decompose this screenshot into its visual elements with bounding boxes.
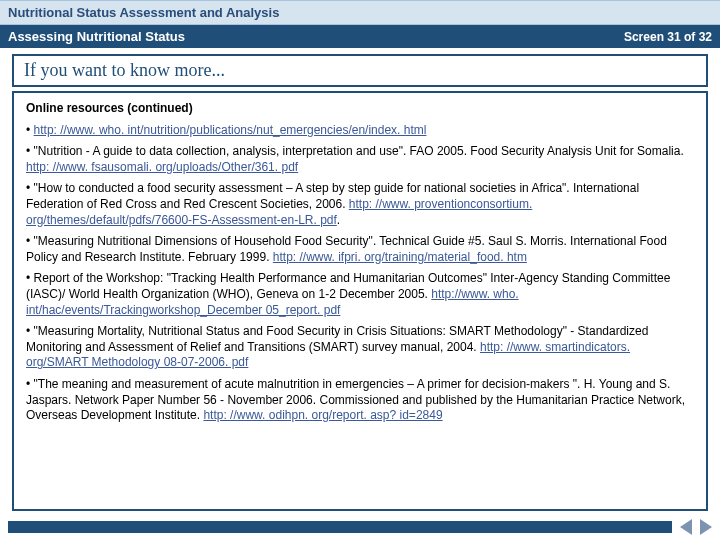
resource-text: • — [26, 123, 34, 137]
content-box: Online resources (continued) • http: //w… — [12, 91, 708, 511]
resource-text: • "How to conducted a food security asse… — [26, 181, 639, 211]
resource-item: • Report of the Workshop: "Tracking Heal… — [26, 271, 694, 318]
footer — [0, 519, 720, 535]
resource-text: • "Nutrition - A guide to data collectio… — [26, 144, 684, 158]
nav-next-icon[interactable] — [700, 519, 712, 535]
resource-item: • http: //www. who. int/nutrition/public… — [26, 123, 694, 139]
content-heading: Online resources (continued) — [26, 101, 694, 117]
resource-item: • "Measuring Nutritional Dimensions of H… — [26, 234, 694, 265]
footer-bar — [8, 521, 672, 533]
header-sub: Assessing Nutritional Status Screen 31 o… — [0, 25, 720, 48]
resource-link[interactable]: http: //www. odihpn. org/report. asp? id… — [203, 408, 442, 422]
header-top-text: Nutritional Status Assessment and Analys… — [8, 5, 279, 20]
header-subtitle: Assessing Nutritional Status — [8, 29, 185, 44]
screen-counter: Screen 31 of 32 — [624, 30, 712, 44]
nav-prev-icon[interactable] — [680, 519, 692, 535]
resource-item: • "The meaning and measurement of acute … — [26, 377, 694, 424]
resource-link[interactable]: http: //www. ifpri. org/training/materia… — [273, 250, 527, 264]
header-top: Nutritional Status Assessment and Analys… — [0, 0, 720, 25]
resource-item: • "Measuring Mortality, Nutritional Stat… — [26, 324, 694, 371]
resource-text: • Report of the Workshop: "Tracking Heal… — [26, 271, 670, 301]
section-title: If you want to know more... — [24, 60, 225, 80]
resource-link[interactable]: http: //www. fsausomali. org/uploads/Oth… — [26, 160, 298, 174]
section-title-box: If you want to know more... — [12, 54, 708, 87]
resource-item: • "How to conducted a food security asse… — [26, 181, 694, 228]
resource-item: • "Nutrition - A guide to data collectio… — [26, 144, 694, 175]
resource-suffix: . — [337, 213, 340, 227]
resource-link[interactable]: http: //www. who. int/nutrition/publicat… — [34, 123, 427, 137]
